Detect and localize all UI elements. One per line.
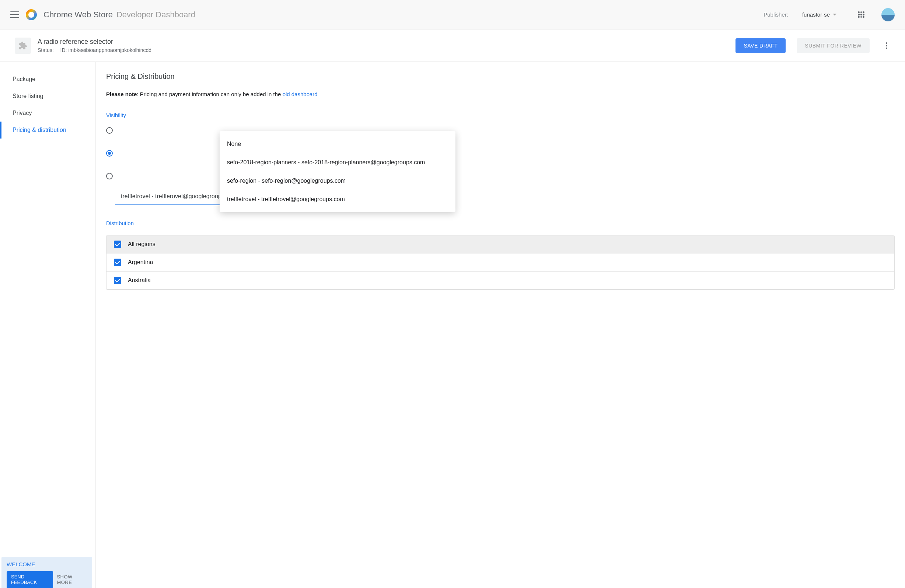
title-light: Developer Dashboard: [116, 10, 195, 19]
content: Pricing & Distribution Please note: Pric…: [96, 62, 905, 588]
title-strong: Chrome Web Store: [43, 10, 113, 19]
page-title: Pricing & Distribution: [106, 72, 895, 81]
sidebar: Package Store listing Privacy Pricing & …: [0, 62, 96, 588]
group-option-none[interactable]: None: [220, 135, 456, 153]
submit-review-button[interactable]: SUBMIT FOR REVIEW: [797, 38, 870, 53]
region-row-argentina[interactable]: Argentina: [106, 254, 894, 271]
sidebar-item-store-listing[interactable]: Store listing: [0, 88, 95, 105]
feedback-widget: WELCOME SEND FEEDBACK SHOW MORE: [2, 557, 92, 588]
extension-icon: [15, 38, 31, 54]
region-checkbox-australia[interactable]: [114, 277, 121, 284]
show-more-button[interactable]: SHOW MORE: [57, 574, 87, 585]
puzzle-icon: [18, 41, 27, 50]
old-dashboard-link[interactable]: old dashboard: [283, 91, 318, 97]
distribution-table: All regions Argentina Australia: [106, 235, 895, 290]
item-name: A radio reference selector: [38, 38, 151, 46]
region-checkbox-argentina[interactable]: [114, 258, 121, 266]
group-option-sefo-2018[interactable]: sefo-2018-region-planners - sefo-2018-re…: [220, 153, 456, 172]
visibility-radio-public[interactable]: [106, 127, 113, 134]
item-info: A radio reference selector Status: ID: i…: [38, 38, 151, 53]
sidebar-item-privacy[interactable]: Privacy: [0, 105, 95, 122]
region-row-all[interactable]: All regions: [106, 235, 894, 254]
publisher-dropdown[interactable]: funastor-se: [802, 11, 837, 18]
region-label: Argentina: [128, 259, 153, 266]
region-row-australia[interactable]: Australia: [106, 271, 894, 290]
avatar[interactable]: [881, 8, 895, 21]
chevron-down-icon: [833, 14, 837, 16]
feedback-title: WELCOME: [6, 561, 87, 567]
sidebar-item-package[interactable]: Package: [0, 71, 95, 88]
pricing-note: Please note: Pricing and payment informa…: [106, 91, 895, 97]
save-draft-button[interactable]: SAVE DRAFT: [735, 38, 786, 53]
menu-icon[interactable]: [10, 11, 19, 18]
sidebar-item-pricing-distribution[interactable]: Pricing & distribution: [0, 122, 95, 138]
send-feedback-button[interactable]: SEND FEEDBACK: [6, 571, 53, 588]
item-meta: Status: ID: imbkeeibioanppnoaomjpkokolhi…: [38, 47, 151, 53]
group-dropdown-popup: None sefo-2018-region-planners - sefo-20…: [220, 131, 456, 212]
visibility-radio-private-group[interactable]: [106, 150, 113, 157]
group-option-sefo-region[interactable]: sefo-region - sefo-region@googlegroups.c…: [220, 172, 456, 190]
publisher-label: Publisher:: [764, 11, 788, 18]
id-group: ID: imbkeeibioanppnoaomjpkokolhincdd: [60, 47, 152, 53]
apps-grid-icon[interactable]: [858, 11, 864, 18]
status-label: Status:: [38, 47, 54, 53]
region-label: Australia: [128, 277, 151, 284]
more-menu-icon[interactable]: [883, 40, 890, 52]
region-label: All regions: [128, 241, 156, 247]
main: Package Store listing Privacy Pricing & …: [0, 62, 905, 588]
item-bar: A radio reference selector Status: ID: i…: [0, 30, 905, 62]
app-title: Chrome Web Store Developer Dashboard: [43, 10, 195, 19]
top-bar: Chrome Web Store Developer Dashboard Pub…: [0, 0, 905, 30]
region-checkbox-all[interactable]: [114, 241, 121, 248]
visibility-radio-unlisted[interactable]: [106, 173, 113, 179]
publisher-value: funastor-se: [802, 11, 830, 18]
distribution-label: Distribution: [106, 220, 895, 226]
group-option-treffletrovel[interactable]: treffletrovel - treffletrovel@googlegrou…: [220, 190, 456, 209]
chrome-logo-icon: [26, 9, 37, 20]
visibility-label: Visibility: [106, 112, 895, 118]
